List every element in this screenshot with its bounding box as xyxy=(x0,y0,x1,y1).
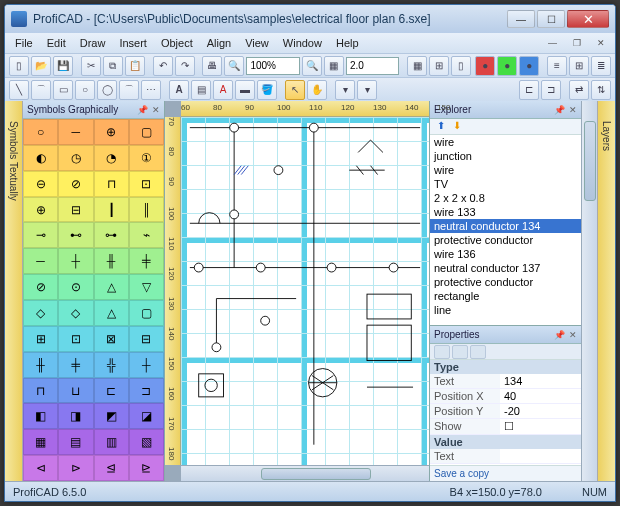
print-button[interactable]: 🖶 xyxy=(202,56,222,76)
color-bg-button[interactable]: ▬ xyxy=(235,80,255,100)
dropdown1[interactable]: ▾ xyxy=(335,80,355,100)
props-button[interactable]: ≡ xyxy=(547,56,567,76)
prop-section-header[interactable]: Type xyxy=(430,360,581,374)
symbol-cell[interactable]: ▥ xyxy=(94,429,129,455)
symbol-cell[interactable]: ⊞ xyxy=(23,326,58,352)
new-button[interactable]: ▯ xyxy=(9,56,29,76)
pin-icon[interactable]: 📌 xyxy=(554,105,565,115)
open-button[interactable]: 📂 xyxy=(31,56,51,76)
scrollbar-horizontal[interactable] xyxy=(181,465,429,481)
prop-row[interactable]: Show☐ xyxy=(430,419,581,435)
menu-align[interactable]: Align xyxy=(201,35,237,51)
copy-button[interactable]: ⧉ xyxy=(103,56,123,76)
symbols-grid[interactable]: ○─⊕▢◐◷◔①⊖⊘⊓⊡⊕⊟┃║⊸⊷⊶⌁─┼╫╪⊘⊙△▽◇◇△▢⊞⊡⊠⊟╫╪╬┼… xyxy=(23,119,164,481)
grid-button[interactable]: ▦ xyxy=(407,56,427,76)
explorer-item[interactable]: junction xyxy=(430,149,581,163)
symbol-cell[interactable]: ▤ xyxy=(58,429,93,455)
symbol-cell[interactable]: ⊘ xyxy=(58,171,93,197)
menu-view[interactable]: View xyxy=(239,35,275,51)
explorer-item[interactable]: neutral conductor 134 xyxy=(430,219,581,233)
drawing-canvas[interactable] xyxy=(181,117,429,465)
polyline-tool[interactable]: ⌒ xyxy=(31,80,51,100)
save-a-copy-link[interactable]: Save a copy xyxy=(430,465,581,481)
color1-button[interactable]: ● xyxy=(475,56,495,76)
symbol-cell[interactable]: ⊳ xyxy=(58,455,93,481)
linewidth-combo[interactable]: 2.0 xyxy=(346,57,400,75)
symbol-cell[interactable]: ⊷ xyxy=(58,222,93,248)
menu-draw[interactable]: Draw xyxy=(74,35,112,51)
symbol-cell[interactable]: ┃ xyxy=(94,197,129,223)
explorer-item[interactable]: rectangle xyxy=(430,289,581,303)
grid2-button[interactable]: ⊞ xyxy=(429,56,449,76)
symbol-cell[interactable]: ┼ xyxy=(129,352,164,378)
panel-close-icon[interactable]: ✕ xyxy=(152,105,160,115)
symbol-cell[interactable]: ▦ xyxy=(23,429,58,455)
page-button[interactable]: ▯ xyxy=(451,56,471,76)
explorer-item[interactable]: wire xyxy=(430,163,581,177)
symbol-cell[interactable]: ⊡ xyxy=(58,326,93,352)
symbol-cell[interactable]: ⊕ xyxy=(23,197,58,223)
symbol-cell[interactable]: ◪ xyxy=(129,403,164,429)
ellipse-tool[interactable]: ◯ xyxy=(97,80,117,100)
symbol-cell[interactable]: ╫ xyxy=(23,352,58,378)
symbol-cell[interactable]: ║ xyxy=(129,197,164,223)
symbol-cell[interactable]: ┼ xyxy=(58,248,93,274)
menu-insert[interactable]: Insert xyxy=(113,35,153,51)
symbol-cell[interactable]: ⊲ xyxy=(23,455,58,481)
flip-v-button[interactable]: ⇅ xyxy=(591,80,611,100)
cut-button[interactable]: ✂ xyxy=(81,56,101,76)
explorer-item[interactable]: wire 136 xyxy=(430,247,581,261)
symbol-cell[interactable]: ╪ xyxy=(58,352,93,378)
zoom-combo[interactable]: 100% xyxy=(246,57,300,75)
mdi-restore-icon[interactable]: ❐ xyxy=(567,36,587,50)
symbol-cell[interactable]: ▽ xyxy=(129,274,164,300)
prop-section-header[interactable]: Value xyxy=(430,435,581,449)
symbol-cell[interactable]: ⊐ xyxy=(129,378,164,404)
symbol-cell[interactable]: ⊘ xyxy=(23,274,58,300)
maximize-button[interactable]: ☐ xyxy=(537,10,565,28)
arc-tool[interactable]: ⌒ xyxy=(119,80,139,100)
rect-tool[interactable]: ▭ xyxy=(53,80,73,100)
zoom-in-button[interactable]: 🔍 xyxy=(302,56,322,76)
prop-tab-2[interactable] xyxy=(452,345,468,359)
symbol-cell[interactable]: ⊡ xyxy=(129,171,164,197)
symbol-cell[interactable]: △ xyxy=(94,300,129,326)
pan-tool[interactable]: ✋ xyxy=(307,80,327,100)
prop-tab-3[interactable] xyxy=(470,345,486,359)
layers-button[interactable]: ≣ xyxy=(591,56,611,76)
paste-button[interactable]: 📋 xyxy=(125,56,145,76)
prop-row[interactable]: Position X40 xyxy=(430,389,581,404)
menu-edit[interactable]: Edit xyxy=(41,35,72,51)
save-button[interactable]: 💾 xyxy=(53,56,73,76)
symbol-cell[interactable]: ⊟ xyxy=(129,326,164,352)
explorer-item[interactable]: wire xyxy=(430,135,581,149)
symbol-cell[interactable]: ⊏ xyxy=(94,378,129,404)
color3-button[interactable]: ● xyxy=(519,56,539,76)
symbol-cell[interactable]: ▢ xyxy=(129,119,164,145)
menu-window[interactable]: Window xyxy=(277,35,328,51)
zoom-out-button[interactable]: 🔍 xyxy=(224,56,244,76)
symbol-cell[interactable]: ╫ xyxy=(94,248,129,274)
prop-row[interactable]: Text xyxy=(430,449,581,464)
menu-file[interactable]: File xyxy=(9,35,39,51)
symbol-cell[interactable]: ◨ xyxy=(58,403,93,429)
pin-icon[interactable]: 📌 xyxy=(137,105,148,115)
nav-down-icon[interactable]: ⬇ xyxy=(450,120,464,134)
prop-row[interactable]: Position Y-20 xyxy=(430,404,581,419)
fill-button[interactable]: 🪣 xyxy=(257,80,277,100)
panel-close-icon[interactable]: ✕ xyxy=(569,105,577,115)
nav-up-icon[interactable]: ⬆ xyxy=(434,120,448,134)
symbol-cell[interactable]: ○ xyxy=(23,119,58,145)
color2-button[interactable]: ● xyxy=(497,56,517,76)
color-fg-button[interactable]: A xyxy=(213,80,233,100)
panel-close-icon[interactable]: ✕ xyxy=(569,330,577,340)
symbol-cell[interactable]: ◩ xyxy=(94,403,129,429)
tree-button[interactable]: ⊞ xyxy=(569,56,589,76)
symbol-cell[interactable]: ⊖ xyxy=(23,171,58,197)
circle-tool[interactable]: ○ xyxy=(75,80,95,100)
dropdown2[interactable]: ▾ xyxy=(357,80,377,100)
menu-object[interactable]: Object xyxy=(155,35,199,51)
symbol-cell[interactable]: ⊓ xyxy=(23,378,58,404)
symbol-cell[interactable]: ⊶ xyxy=(94,222,129,248)
close-button[interactable]: ✕ xyxy=(567,10,609,28)
